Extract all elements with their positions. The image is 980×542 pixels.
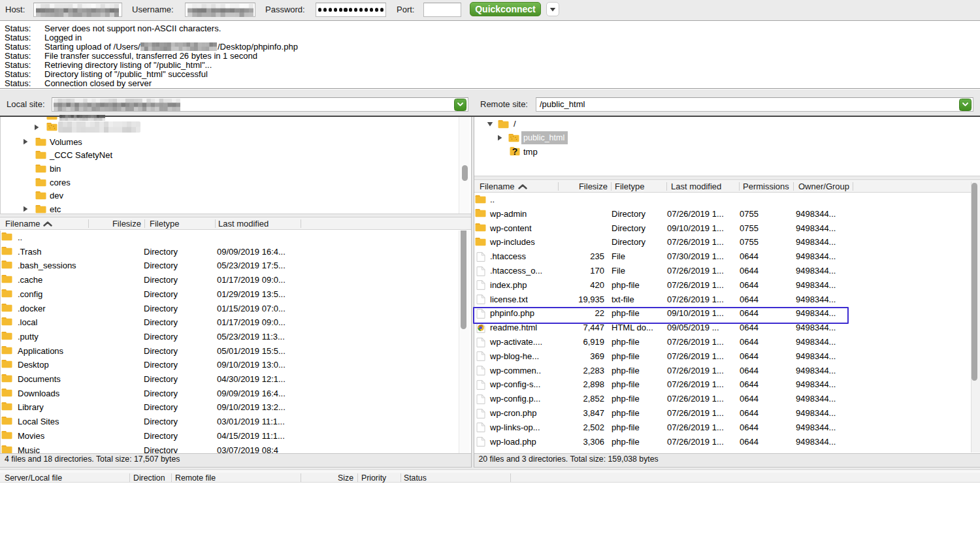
svg-text:?: ? — [512, 146, 518, 156]
